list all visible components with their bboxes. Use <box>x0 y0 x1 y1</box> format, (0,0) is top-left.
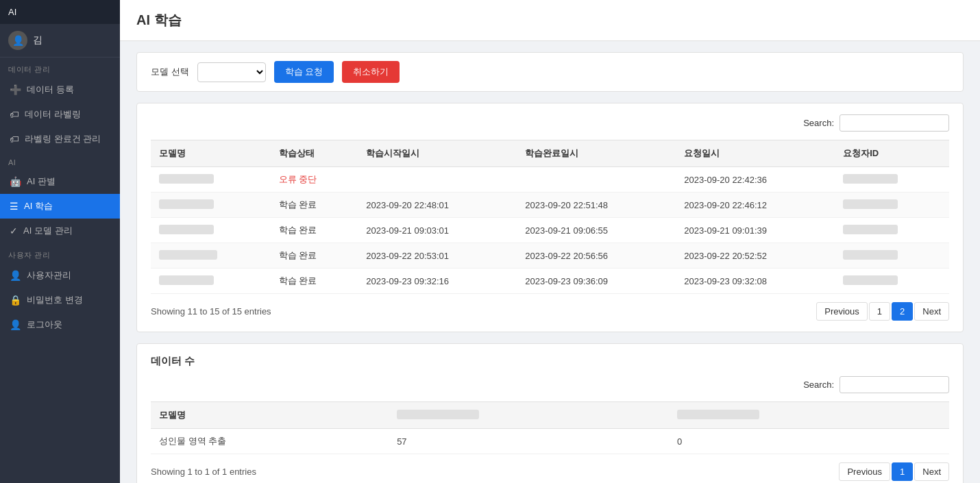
sidebar-item-label: 라벨링 완료건 관리 <box>25 133 101 145</box>
section-label-ai: AI <box>0 151 120 169</box>
dc-value-1: 57 <box>389 429 669 454</box>
page-title: AI 학습 <box>136 11 964 29</box>
t-end: 2023-09-20 22:51:48 <box>517 193 676 218</box>
lock-icon: 🔒 <box>10 295 21 306</box>
t-requested: 2023-09-23 09:32:08 <box>676 269 835 294</box>
t-end: 2023-09-22 20:56:56 <box>517 243 676 269</box>
t-status: 학습 완료 <box>271 193 358 218</box>
sidebar-item-ai-learn[interactable]: ☰ AI 학습 <box>0 194 120 219</box>
data-count-table: 모델명 성인물 영역 추출 57 0 <box>151 401 949 454</box>
col-status: 학습상태 <box>271 140 358 167</box>
t-requester <box>835 269 949 294</box>
dc-col-3 <box>669 402 949 429</box>
sidebar-item-label: 사용자관리 <box>27 269 71 282</box>
content-area: 모델 선택 학습 요청 취소하기 Search: 모델명 학습상태 학습시작일시… <box>120 41 980 483</box>
robot-icon: 🤖 <box>10 176 21 187</box>
model-select-label: 모델 선택 <box>151 66 189 78</box>
dc-model-name: 성인물 영역 추출 <box>151 429 389 454</box>
training-page-1-btn[interactable]: 1 <box>869 302 890 321</box>
t-status: 학습 완료 <box>271 269 358 294</box>
col-end: 학습완료일시 <box>517 140 676 167</box>
table-row: 학습 완료 2023-09-21 09:03:01 2023-09-21 09:… <box>151 218 949 243</box>
t-requested: 2023-09-22 20:52:52 <box>676 243 835 269</box>
table-row: 학습 완료 2023-09-20 22:48:01 2023-09-20 22:… <box>151 193 949 218</box>
sidebar-user: 👤 김 <box>0 24 120 58</box>
col-requester: 요청자ID <box>835 140 949 167</box>
sidebar-item-user-mgmt[interactable]: 👤 사용자관리 <box>0 263 120 288</box>
t-start: 2023-09-23 09:32:16 <box>358 269 517 294</box>
data-count-pagination-row: Showing 1 to 1 of 1 entries Previous 1 N… <box>151 462 949 481</box>
section-label-user: 사용자 관리 <box>0 243 120 263</box>
check-icon: ✓ <box>10 225 18 236</box>
logout-icon: 👤 <box>10 319 21 330</box>
training-page-2-btn[interactable]: 2 <box>892 302 913 321</box>
plus-icon: ➕ <box>10 84 21 95</box>
sidebar-item-labeling-complete[interactable]: 🏷 라벨링 완료건 관리 <box>0 127 120 151</box>
sidebar-item-label: 데이터 등록 <box>27 84 74 96</box>
sidebar-item-data-labeling[interactable]: 🏷 데이터 라벨링 <box>0 102 120 127</box>
model-select-dropdown[interactable] <box>197 62 266 82</box>
t-end <box>517 167 676 193</box>
t-status: 오류 중단 <box>271 167 358 193</box>
section-label-data: 데이터 관리 <box>0 58 120 77</box>
t-status: 학습 완료 <box>271 218 358 243</box>
t-end: 2023-09-23 09:36:09 <box>517 269 676 294</box>
avatar: 👤 <box>8 31 27 50</box>
t-start <box>358 167 517 193</box>
training-search-input[interactable] <box>840 114 949 132</box>
dc-page-1-btn[interactable]: 1 <box>892 462 913 481</box>
sidebar-item-data-register[interactable]: ➕ 데이터 등록 <box>0 77 120 102</box>
t-start: 2023-09-21 09:03:01 <box>358 218 517 243</box>
table-row: 성인물 영역 추출 57 0 <box>151 429 949 454</box>
data-count-showing-text: Showing 1 to 1 of 1 entries <box>151 467 256 477</box>
tag2-icon: 🏷 <box>10 134 19 145</box>
training-search-bar: Search: <box>151 114 949 132</box>
dc-prev-btn[interactable]: Previous <box>839 462 890 481</box>
menu-icon: ☰ <box>10 201 19 212</box>
learn-request-button[interactable]: 학습 요청 <box>274 61 334 83</box>
dc-value-2: 0 <box>669 429 949 454</box>
training-table-section: Search: 모델명 학습상태 학습시작일시 학습완료일시 요청일시 요청자I… <box>136 103 964 332</box>
t-model-name <box>151 167 271 193</box>
t-model-name <box>151 193 271 218</box>
cancel-button[interactable]: 취소하기 <box>342 61 400 83</box>
col-start: 학습시작일시 <box>358 140 517 167</box>
t-requested: 2023-09-21 09:01:39 <box>676 218 835 243</box>
data-count-section: 데이터 수 Search: 모델명 성인물 영역 추출 57 <box>136 343 964 483</box>
training-table: 모델명 학습상태 학습시작일시 학습완료일시 요청일시 요청자ID 오류 중단 … <box>151 140 949 294</box>
t-status: 학습 완료 <box>271 243 358 269</box>
t-end: 2023-09-21 09:06:55 <box>517 218 676 243</box>
t-requester <box>835 218 949 243</box>
training-next-btn[interactable]: Next <box>914 302 949 321</box>
tag-icon: 🏷 <box>10 109 19 120</box>
sidebar-item-logout[interactable]: 👤 로그아웃 <box>0 312 120 337</box>
training-showing-text: Showing 11 to 15 of 15 entries <box>151 306 271 317</box>
user-icon: 👤 <box>10 270 21 281</box>
t-model-name <box>151 218 271 243</box>
sidebar-item-label: 로그아웃 <box>27 319 62 331</box>
data-count-title: 데이터 수 <box>151 355 949 368</box>
data-count-pagination: Previous 1 Next <box>839 462 949 481</box>
sidebar: AI 👤 김 데이터 관리 ➕ 데이터 등록 🏷 데이터 라벨링 🏷 라벨링 완… <box>0 0 120 483</box>
sidebar-ai-label: AI <box>8 7 16 17</box>
table-row: 오류 중단 2023-09-20 22:42:36 <box>151 167 949 193</box>
dc-next-btn[interactable]: Next <box>914 462 949 481</box>
training-prev-btn[interactable]: Previous <box>816 302 868 321</box>
top-controls: 모델 선택 학습 요청 취소하기 <box>136 52 964 92</box>
dc-col-model: 모델명 <box>151 402 389 429</box>
sidebar-item-password-change[interactable]: 🔒 비밀번호 변경 <box>0 288 120 312</box>
t-requester <box>835 193 949 218</box>
data-count-search-bar: Search: <box>151 376 949 393</box>
sidebar-item-ai-judge[interactable]: 🤖 AI 판별 <box>0 169 120 194</box>
t-requester <box>835 243 949 269</box>
sidebar-item-label: 데이터 라벨링 <box>25 108 81 121</box>
sidebar-item-label: 비밀번호 변경 <box>27 294 83 306</box>
t-model-name <box>151 243 271 269</box>
col-model-name: 모델명 <box>151 140 271 167</box>
t-requested: 2023-09-20 22:42:36 <box>676 167 835 193</box>
data-count-search-input[interactable] <box>840 376 949 393</box>
sidebar-item-ai-model[interactable]: ✓ AI 모델 관리 <box>0 219 120 243</box>
dc-col-2 <box>389 402 669 429</box>
user-name: 김 <box>33 34 42 47</box>
t-requested: 2023-09-20 22:46:12 <box>676 193 835 218</box>
